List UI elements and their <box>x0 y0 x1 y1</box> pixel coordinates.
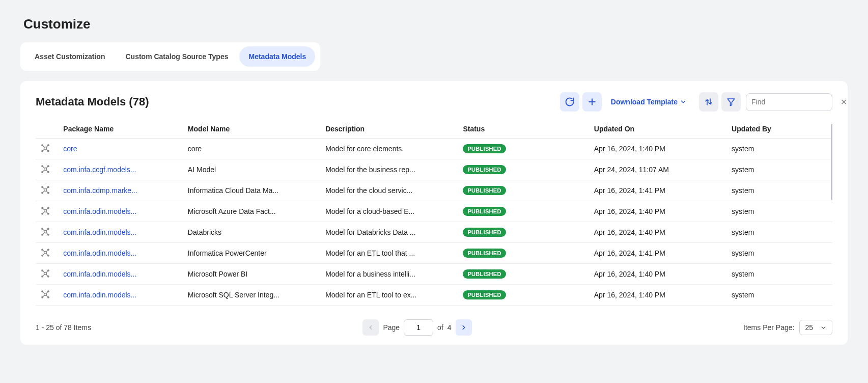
panel-title: Metadata Models (78) <box>36 95 149 108</box>
col-updated-on[interactable]: Updated On <box>590 120 727 139</box>
updated-by-cell: system <box>727 306 832 310</box>
svg-line-17 <box>43 167 44 168</box>
scrollbar[interactable] <box>831 124 832 200</box>
package-link[interactable]: core <box>63 145 77 153</box>
filter-icon <box>726 97 736 106</box>
table-wrap: Package Name Model Name Description Stat… <box>36 120 832 309</box>
model-icon <box>40 289 51 300</box>
col-updated-by[interactable]: Updated By <box>727 120 832 139</box>
model-name-cell: AI Model <box>184 159 321 180</box>
description-cell: Model for the business rep... <box>321 159 459 180</box>
svg-line-18 <box>46 167 48 168</box>
package-link[interactable]: com.infa.odin.models... <box>63 228 136 236</box>
page-input[interactable] <box>404 319 433 336</box>
model-name-cell: Databricks <box>184 222 321 243</box>
close-icon: ✕ <box>841 98 847 106</box>
package-link[interactable]: com.infa.odin.models... <box>63 249 136 257</box>
svg-line-19 <box>43 170 44 172</box>
svg-line-62 <box>43 271 44 272</box>
total-pages: 4 <box>447 323 452 332</box>
filter-button[interactable] <box>721 92 741 112</box>
chevron-down-icon <box>820 324 827 331</box>
table-row: com.infa.odin.models...Microsoft Azure D… <box>36 201 832 222</box>
svg-line-73 <box>43 295 44 297</box>
updated-by-cell: system <box>727 243 832 264</box>
table-row: com.infa.ccgf.models...AI ModelModel for… <box>36 159 832 180</box>
sort-button[interactable] <box>699 92 718 112</box>
svg-line-64 <box>43 275 44 276</box>
updated-on-cell: Apr 16, 2024, 1:40 PM <box>590 201 727 222</box>
svg-line-65 <box>46 275 48 276</box>
svg-line-37 <box>43 212 44 213</box>
table-row: com.infa.odin.models...TableauModel for … <box>36 306 832 310</box>
download-template-link[interactable]: Download Template <box>611 98 687 106</box>
of-label: of <box>437 323 443 332</box>
svg-line-9 <box>46 146 48 147</box>
description-cell: Model for core elements. <box>321 139 459 159</box>
updated-by-cell: system <box>727 222 832 243</box>
model-name-cell: Tableau <box>184 306 321 310</box>
model-name-cell: Microsoft Azure Data Fact... <box>184 201 321 222</box>
package-link[interactable]: com.infa.cdmp.marke... <box>63 186 137 195</box>
download-template-label: Download Template <box>611 98 678 106</box>
table-row: com.infa.odin.models...Microsoft Power B… <box>36 264 832 285</box>
svg-line-72 <box>46 292 48 293</box>
svg-line-26 <box>43 187 44 189</box>
model-name-cell: Informatica PowerCenter <box>184 243 321 264</box>
model-icon <box>40 143 51 154</box>
svg-line-46 <box>43 233 44 234</box>
model-name-cell: core <box>184 139 321 159</box>
search-input[interactable] <box>751 98 841 106</box>
clear-search-button[interactable]: ✕ <box>841 97 847 107</box>
metadata-models-table: Package Name Model Name Description Stat… <box>36 120 832 309</box>
sort-icon <box>704 97 713 106</box>
pagination: 1 - 25 of 78 Items Page of 4 Items Per P… <box>36 319 832 336</box>
updated-by-cell: system <box>727 201 832 222</box>
refresh-icon <box>565 97 575 107</box>
description-cell: Model for an ETL tool that ... <box>321 243 459 264</box>
description-cell: Model for a business intelli... <box>321 306 459 310</box>
col-package-name[interactable]: Package Name <box>59 120 184 139</box>
model-icon <box>40 268 51 279</box>
updated-on-cell: Apr 16, 2024, 1:40 PM <box>590 306 727 310</box>
description-cell: Model for the cloud servic... <box>321 180 459 201</box>
prev-page-button[interactable] <box>362 319 379 336</box>
package-link[interactable]: com.infa.odin.models... <box>63 207 136 215</box>
items-per-page-value: 25 <box>805 323 813 332</box>
model-icon <box>40 226 51 237</box>
page-title: Customize <box>23 16 848 32</box>
status-badge: PUBLISHED <box>463 249 506 258</box>
svg-line-71 <box>43 292 44 293</box>
svg-line-11 <box>46 149 48 151</box>
col-description[interactable]: Description <box>321 120 459 139</box>
model-icon <box>40 247 51 258</box>
refresh-button[interactable] <box>560 92 579 112</box>
description-cell: Model for Databricks Data ... <box>321 222 459 243</box>
col-model-name[interactable]: Model Name <box>184 120 321 139</box>
chevron-right-icon <box>460 324 467 331</box>
status-badge: PUBLISHED <box>463 186 506 195</box>
items-per-page-select[interactable]: 25 <box>799 320 832 335</box>
package-link[interactable]: com.infa.odin.models... <box>63 291 136 299</box>
updated-by-cell: system <box>727 139 832 159</box>
svg-line-29 <box>46 191 48 193</box>
add-button[interactable] <box>582 92 602 112</box>
table-row: com.infa.cdmp.marke...Informatica Cloud … <box>36 180 832 201</box>
package-link[interactable]: com.infa.ccgf.models... <box>63 166 136 174</box>
model-name-cell: Microsoft SQL Server Integ... <box>184 285 321 306</box>
search-box[interactable]: ✕ <box>746 93 832 111</box>
col-status[interactable]: Status <box>459 120 590 139</box>
status-badge: PUBLISHED <box>463 228 506 237</box>
tab-custom-catalog-source-types[interactable]: Custom Catalog Source Types <box>116 46 237 67</box>
package-link[interactable]: com.infa.odin.models... <box>63 270 136 278</box>
svg-line-45 <box>46 229 48 231</box>
updated-on-cell: Apr 16, 2024, 1:40 PM <box>590 285 727 306</box>
tab-metadata-models[interactable]: Metadata Models <box>239 46 315 67</box>
svg-line-54 <box>46 250 48 252</box>
description-cell: Model for an ETL tool to ex... <box>321 285 459 306</box>
tab-asset-customization[interactable]: Asset Customization <box>25 46 114 67</box>
svg-line-27 <box>46 187 48 189</box>
next-page-button[interactable] <box>456 319 472 336</box>
updated-by-cell: system <box>727 159 832 180</box>
model-name-cell: Informatica Cloud Data Ma... <box>184 180 321 201</box>
